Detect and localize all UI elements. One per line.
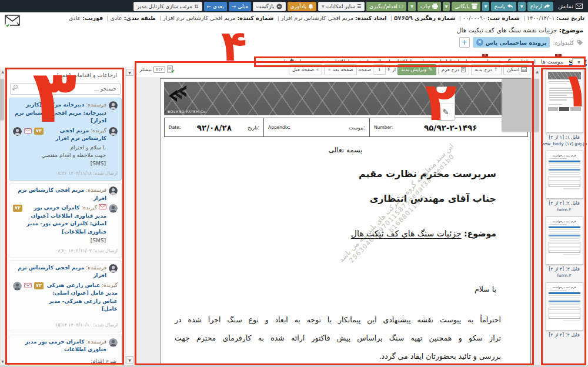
top-toolbar: نمایش ارجاع ▼ پاسخ ▼ بایگانی ▼ چاپ ▼ ▢ ا…	[0, 0, 588, 12]
receiver-label: گیرنده:	[91, 128, 106, 134]
arrow-left-icon: ←	[207, 4, 212, 9]
edit-body-button[interactable]: ✎ ویرایش بدنه	[397, 64, 436, 75]
menu-icon: ☰	[357, 4, 361, 9]
meta-label: ایجاد کننده:	[355, 15, 387, 21]
previous-button[interactable]: قبلی →	[229, 2, 251, 11]
action-followup-button[interactable]: ▢ اقدام/پیگیری	[366, 2, 406, 11]
chevron-down-icon: ▼	[322, 4, 325, 8]
scrollbar-thumb[interactable]	[0, 79, 4, 120]
insert-body-button[interactable]: ↑ درج بدنه	[471, 64, 502, 75]
sort-cartable-button[interactable]: ⇅ مرتب سازی کارتابل مدیر	[133, 2, 202, 11]
printer-icon	[432, 4, 438, 9]
attachments-count-badge: ۲	[555, 54, 561, 58]
eye-icon	[441, 92, 450, 98]
meta-label: شماره رهگیری	[415, 15, 456, 21]
viewer-toolbar: اسکن ↑ درج بدنه درج فرم ✎ ویرایش بدنه از…	[136, 62, 534, 77]
page-label: صفحه	[359, 66, 372, 72]
meta-label: شماره ثبت:	[487, 15, 520, 21]
scan-button[interactable]: اسکن	[503, 64, 530, 75]
print-dropdown[interactable]: ▼	[408, 2, 416, 11]
avatar	[109, 264, 118, 273]
chevron-left-icon: «	[328, 66, 330, 72]
panel-divider-scrollbar[interactable]	[125, 68, 135, 365]
file-thumbnail[interactable]: فرم ثبت درخواست	[546, 151, 583, 199]
referral-card[interactable]: فرستنده: مریم افجی کارشناس نرم افزار گیر…	[9, 261, 122, 332]
referrals-panel-title: ارجاعات و اقدامات [همه]	[9, 69, 122, 80]
back-circle-icon	[276, 4, 282, 9]
keyword-chip[interactable]: پرونده ساختمانی یاس ×	[473, 37, 550, 48]
envelope-icon	[24, 128, 32, 136]
ocr-button[interactable]: ocr	[153, 66, 165, 73]
edit-page-button[interactable]: ✎	[437, 104, 455, 120]
reply-button[interactable]: پاسخ	[491, 2, 516, 11]
letter-fields: Date: ۹۲/۰۸/۲۸ تاریخ: Appendix: پیوست: N…	[164, 118, 528, 137]
next-page-button[interactable]: صفحه بعد «	[324, 64, 356, 75]
letter-body-line: احتراماً به پیوست نقشه پیشنهادی این پیما…	[175, 315, 501, 324]
thumbnails-options-dropdown[interactable]: ▼	[572, 58, 586, 66]
preview-button[interactable]	[437, 87, 455, 104]
pencil-icon: ✎	[443, 108, 449, 116]
archive-dropdown[interactable]: ▼	[443, 2, 450, 11]
thumbnails-panel: فایل ۱: [۱ از ۴] new_body (۱۷).jpg.jpg ف…	[542, 66, 587, 365]
file-thumbnail[interactable]: فرم ثبت درخواست	[546, 282, 583, 331]
letter-page[interactable]: BOLAND PAYEH Co. Date: ۹۲/۰۸/۲۸ تاریخ: A…	[160, 78, 531, 365]
referral-card[interactable]: فرستنده: کامران خرمی پور مدیر فناوری اطل…	[9, 335, 122, 365]
scroll-bottom-button[interactable]: ▼	[126, 356, 133, 363]
doc-verify-icon[interactable]	[167, 64, 175, 75]
archive-icon	[472, 4, 477, 9]
collapse-panel-button[interactable]: ▼	[126, 69, 133, 76]
recipient-name: جناب آقای مهندس انتظاری	[370, 193, 496, 204]
referral-card[interactable]: فرستنده: مریم افجی کارشناس نرم افزار گیر…	[9, 183, 122, 258]
subject-line: موضوع: جزییات نقشه سنگ های کف تیکیت هال	[457, 26, 583, 34]
reply-dropdown[interactable]: ▼	[482, 2, 490, 11]
form-icon	[461, 67, 466, 72]
envelope-icon	[24, 283, 32, 291]
related-letter-count-badge: ۱	[482, 54, 488, 58]
add-keyword-button[interactable]: +	[459, 37, 470, 48]
scrollbar-thumb[interactable]	[502, 79, 539, 132]
avatar	[109, 101, 118, 110]
keyword-label: کلیدواژه:	[553, 39, 574, 46]
show-label: نمایش	[558, 3, 573, 9]
other-options-button[interactable]: ☰ سایر امکانات ▼	[318, 2, 365, 11]
tab-attachments[interactable]: پیوست ها۲	[541, 58, 564, 66]
page-count-label: از ۴	[387, 66, 396, 72]
left-scrollbar[interactable]: ▲ ▼	[0, 68, 5, 365]
scroll-down-icon[interactable]: ▼	[1, 359, 5, 363]
sent-timestamp: ارسال شده: ۱۴۰۲/۱۰/۱۰ ۱۵:۱۴	[13, 322, 118, 329]
meta-label: تاریخ ثبت:	[556, 15, 584, 21]
meta-label: فوریت:	[82, 15, 103, 21]
meta-value: عادی	[111, 15, 122, 21]
archive-button[interactable]: بایگانی	[452, 2, 480, 11]
arrow-right-icon: →	[232, 4, 236, 9]
file-thumbnail[interactable]	[546, 69, 583, 133]
avatar	[13, 282, 22, 291]
checkbox-icon: ▢	[399, 4, 404, 9]
back-button[interactable]: بازگشت	[253, 2, 286, 11]
search-input[interactable]	[10, 83, 121, 95]
meta-value: ۰۰/۰۰۰۹۰	[463, 15, 486, 21]
show-button[interactable]: نمایش	[555, 3, 586, 9]
reminder-button[interactable]: یادآوری	[288, 2, 317, 11]
refer-dropdown[interactable]: ▼	[518, 2, 526, 11]
file-thumbnail[interactable]: فرم ثبت درخواست	[546, 216, 583, 265]
previous-page-button[interactable]: » صفحه قبل	[289, 64, 323, 75]
referral-note: با سلام و احترام جهت ملاحظه و اقدام مقتض…	[13, 144, 118, 168]
insert-form-button[interactable]: درج فرم	[438, 64, 469, 75]
more-button[interactable]: بیشتر	[139, 66, 152, 72]
referral-card[interactable]: فرستنده: دبیرخانه مرکزی [کاربر دبیرخانه:…	[9, 98, 122, 181]
remove-keyword-icon[interactable]: ×	[476, 39, 483, 46]
print-button[interactable]: چاپ	[417, 2, 441, 11]
scroll-up-icon[interactable]: ▲	[1, 69, 5, 74]
referral-note: [SMS]	[13, 237, 118, 245]
envelope-icon	[99, 205, 106, 211]
thumbnails-scrollbar[interactable]: ▲	[534, 68, 540, 365]
next-button[interactable]: بعدی ←	[204, 2, 227, 11]
refer-button[interactable]: ارجاع	[527, 2, 554, 11]
page-number-input[interactable]	[373, 64, 386, 75]
scroll-up-icon[interactable]: ▲	[534, 69, 540, 74]
tracking-number: ۵۷۶۵۹	[394, 14, 413, 21]
referral-number-badge: ۷۴	[34, 128, 44, 135]
sort-icon: ⇅	[194, 4, 199, 9]
tag-icon	[577, 39, 583, 46]
